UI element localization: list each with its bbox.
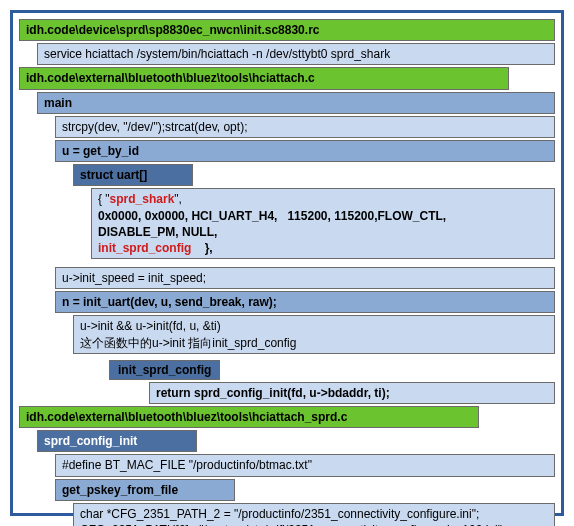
get-by-id: u = get_by_id bbox=[55, 140, 555, 162]
cfg-path2: char *CFG_2351_PATH_2 = "/productinfo/23… bbox=[80, 507, 479, 521]
uinit-note: 这个函数中的u->init 指向init_sprd_config bbox=[80, 336, 296, 350]
main-func: main bbox=[37, 92, 555, 114]
entry-key: sprd_shark bbox=[110, 192, 175, 206]
service-line: service hciattach /system/bin/hciattach … bbox=[37, 43, 555, 65]
entry-line2: 0x0000, 0x0000, HCI_UART_H4, 115200, 115… bbox=[98, 209, 446, 223]
file-header-rc: idh.code\device\sprd\sp8830ec_nwcn\init.… bbox=[19, 19, 555, 41]
file-header-hciattach-c: idh.code\external\bluetooth\bluez\tools\… bbox=[19, 67, 509, 89]
return-line: return sprd_config_init(fd, u->bdaddr, t… bbox=[149, 382, 555, 404]
strcpy-line: strcpy(dev, "/dev/");strcat(dev, opt); bbox=[55, 116, 555, 138]
entry-line3: DISABLE_PM, NULL, bbox=[98, 225, 217, 239]
cfg-block: char *CFG_2351_PATH_2 = "/productinfo/23… bbox=[73, 503, 555, 526]
get-pskey: get_pskey_from_file bbox=[55, 479, 235, 501]
entry-open: { " bbox=[98, 192, 110, 206]
uinit-line: u->init && u->init(fd, u, &ti) bbox=[80, 319, 221, 333]
init-speed: u->init_speed = init_speed; bbox=[55, 267, 555, 289]
diagram-frame: idh.code\device\sprd\sp8830ec_nwcn\init.… bbox=[10, 10, 564, 516]
sprd-config-init: sprd_config_init bbox=[37, 430, 197, 452]
entry-end: }, bbox=[191, 241, 212, 255]
uinit-block: u->init && u->init(fd, u, &ti) 这个函数中的u->… bbox=[73, 315, 555, 353]
entry-init: init_sprd_config bbox=[98, 241, 191, 255]
init-uart: n = init_uart(dev, u, send_break, raw); bbox=[55, 291, 555, 313]
struct-uart: struct uart[] bbox=[73, 164, 193, 186]
init-sprd-config: init_sprd_config bbox=[109, 360, 220, 380]
file-header-hciattach-sprd: idh.code\external\bluetooth\bluez\tools\… bbox=[19, 406, 479, 428]
entry-close: ", bbox=[174, 192, 182, 206]
uart-entry: { "sprd_shark", 0x0000, 0x0000, HCI_UART… bbox=[91, 188, 555, 259]
define-bt-mac: #define BT_MAC_FILE "/productinfo/btmac.… bbox=[55, 454, 555, 476]
